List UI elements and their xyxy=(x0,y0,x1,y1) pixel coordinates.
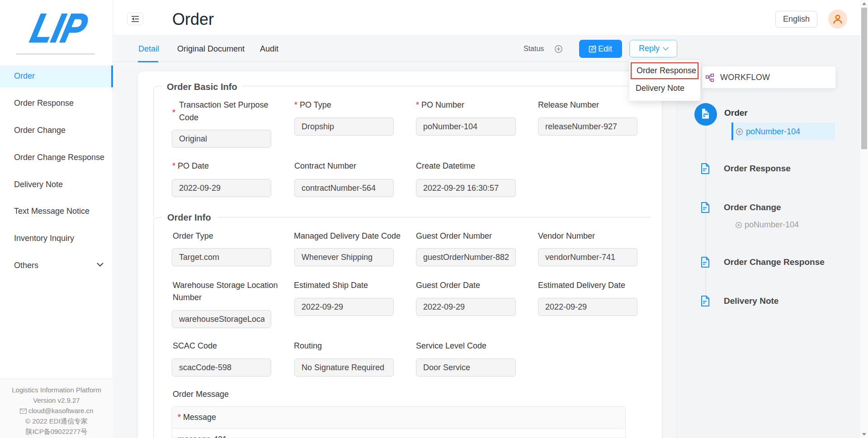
svg-text:LIP: LIP xyxy=(27,5,92,51)
